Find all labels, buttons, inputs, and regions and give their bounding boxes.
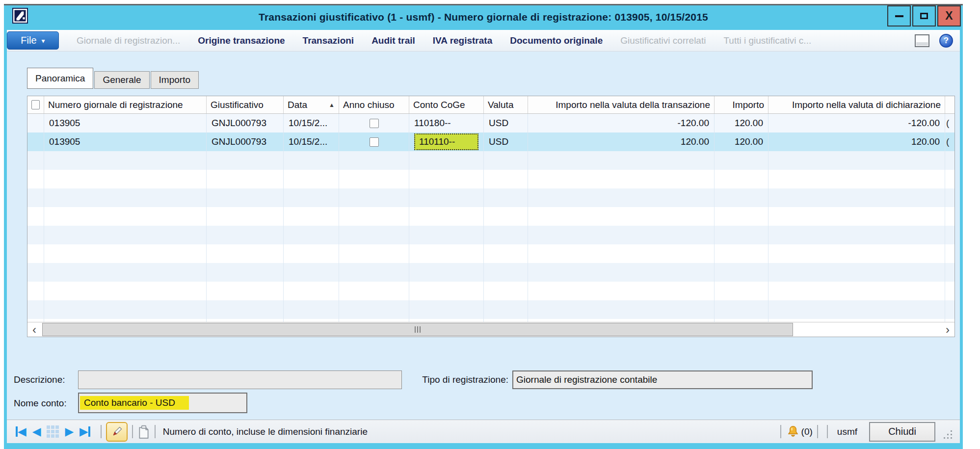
last-record-icon: ▶	[79, 425, 88, 438]
cell-importo-dichiarazione[interactable]: 120.00	[768, 132, 945, 151]
statusbar-separator	[817, 425, 818, 438]
tab-panoramica[interactable]: Panoramica	[27, 68, 93, 89]
menu-item-audit-trail[interactable]: Audit trail	[371, 35, 415, 46]
help-icon[interactable]: ?	[939, 34, 953, 48]
col-conto-coge[interactable]: Conto CoGe	[409, 96, 484, 113]
col-valuta[interactable]: Valuta	[484, 96, 528, 113]
menu-item-transazioni[interactable]: Transazioni	[303, 35, 354, 46]
first-record-button[interactable]: ◀	[16, 425, 26, 438]
previous-record-button[interactable]: ◀	[32, 425, 41, 438]
descrizione-input[interactable]	[78, 370, 402, 389]
col-giustificativo[interactable]: Giustificativo	[207, 96, 284, 113]
statusbar-separator	[155, 425, 156, 438]
tab-importo[interactable]: Importo	[151, 71, 199, 89]
window-controls: X	[887, 5, 961, 26]
descrizione-label: Descrizione:	[14, 374, 65, 385]
clipboard-icon[interactable]	[137, 425, 150, 439]
statusbar-right: (0) usmf Chiudi	[776, 422, 953, 442]
tipo-registrazione-field[interactable]: Giornale di registrazione contabile	[512, 370, 813, 389]
transactions-grid: Numero giornale di registrazione Giustif…	[27, 96, 955, 337]
next-record-button[interactable]: ▶	[65, 425, 74, 438]
col-clipped	[945, 96, 954, 113]
anno-chiuso-checkbox[interactable]	[370, 119, 379, 128]
file-menu-button[interactable]: File ▾	[7, 31, 59, 50]
statusbar-separator	[827, 425, 828, 438]
layout-panel-icon[interactable]	[915, 34, 929, 47]
cell-importo[interactable]: 120.00	[715, 132, 768, 151]
cell-data[interactable]: 10/15/2...	[284, 114, 339, 132]
scrollbar-track[interactable]	[41, 322, 941, 337]
grid-header-row: Numero giornale di registrazione Giustif…	[27, 96, 954, 114]
focused-cell-highlight[interactable]: 110110--	[414, 133, 478, 150]
cell-data[interactable]: 10/15/2...	[284, 132, 339, 151]
statusbar-separator	[780, 425, 781, 438]
scroll-right-icon[interactable]: ›	[941, 322, 954, 337]
cell-anno-chiuso	[339, 114, 409, 132]
col-data-label: Data	[288, 100, 307, 110]
scrollbar-thumb[interactable]	[42, 323, 793, 336]
select-all-cell	[27, 96, 44, 113]
resize-grip[interactable]	[942, 429, 953, 442]
maximize-button[interactable]	[912, 5, 936, 26]
cell-conto[interactable]: 110180--	[409, 114, 484, 132]
col-anno-chiuso[interactable]: Anno chiuso	[339, 96, 409, 113]
statusbar-separator	[101, 425, 102, 438]
chiudi-button[interactable]: Chiudi	[869, 422, 935, 442]
chevron-down-icon: ▾	[42, 36, 45, 45]
scroll-left-icon[interactable]: ‹	[27, 322, 41, 337]
cell-giustificativo[interactable]: GNJL000793	[207, 114, 284, 132]
horizontal-scrollbar: ‹ ›	[27, 322, 954, 337]
table-row-selected[interactable]: 013905 GNJL000793 10/15/2... 110110-- US…	[27, 132, 954, 151]
edit-mode-button[interactable]	[106, 422, 128, 442]
last-record-button[interactable]: ▶	[79, 425, 90, 438]
window-title: Transazioni giustificativo (1 - usmf) - …	[4, 11, 963, 23]
notifications-button[interactable]: (0)	[786, 424, 813, 439]
tab-strip: Panoramica Generale Importo	[27, 68, 200, 89]
cell-importo-dichiarazione[interactable]: -120.00	[768, 114, 945, 132]
col-importo[interactable]: Importo	[715, 96, 768, 113]
close-button[interactable]: X	[937, 5, 961, 26]
cell-conto-focused[interactable]: 110110--	[409, 132, 484, 151]
minimize-button[interactable]	[887, 5, 911, 26]
row-selector-cell[interactable]	[27, 132, 44, 151]
cell-importo-transazione[interactable]: -120.00	[528, 114, 715, 132]
statusbar: ◀ ◀ ▶ ▶ Numero di conto, incluse le dime…	[7, 420, 960, 443]
records-grid-icon	[47, 425, 59, 438]
maximize-icon	[920, 13, 928, 19]
form-content: Panoramica Generale Importo Numero giorn…	[7, 52, 960, 421]
notification-count: (0)	[801, 426, 813, 437]
file-menu-label: File	[21, 35, 36, 46]
col-importo-dichiarazione[interactable]: Importo nella valuta di dichiarazione	[768, 96, 945, 113]
nome-conto-label: Nome conto:	[14, 398, 67, 409]
company-id: usmf	[837, 426, 857, 437]
nome-conto-field[interactable]: Conto bancario - USD	[78, 393, 247, 413]
anno-chiuso-checkbox[interactable]	[370, 137, 379, 147]
select-all-checkbox[interactable]	[31, 100, 40, 109]
cell-importo[interactable]: 120.00	[715, 114, 768, 132]
menu-item-origine-transazione[interactable]: Origine transazione	[198, 35, 285, 46]
statusbar-separator	[132, 425, 133, 438]
table-row[interactable]: 013905 GNJL000793 10/15/2... 110180-- US…	[27, 114, 954, 132]
cell-importo-transazione[interactable]: 120.00	[528, 132, 715, 151]
cell-valuta[interactable]: USD	[484, 114, 528, 132]
close-icon: X	[945, 9, 953, 23]
grid-empty-area	[27, 151, 954, 322]
tab-generale[interactable]: Generale	[94, 71, 149, 89]
col-importo-transazione[interactable]: Importo nella valuta della transazione	[528, 96, 715, 113]
first-record-icon: ◀	[18, 425, 26, 438]
cell-numero[interactable]: 013905	[44, 132, 207, 151]
col-data[interactable]: Data ▲	[284, 96, 339, 113]
col-numero-giornale[interactable]: Numero giornale di registrazione	[44, 96, 207, 113]
row-selector-cell[interactable]	[27, 114, 44, 132]
menu-item-iva-registrata[interactable]: IVA registrata	[433, 35, 492, 46]
menu-item-giustificativi-correlati: Giustificativi correlati	[620, 35, 706, 46]
menubar-right-icons: ?	[915, 34, 960, 48]
app-icon	[12, 8, 28, 24]
minimize-icon	[895, 15, 903, 17]
cell-numero[interactable]: 013905	[44, 114, 207, 132]
titlebar: Transazioni giustificativo (1 - usmf) - …	[4, 5, 963, 28]
menu-item-documento-originale[interactable]: Documento originale	[510, 35, 603, 46]
cell-giustificativo[interactable]: GNJL000793	[207, 132, 284, 151]
app-window: Transazioni giustificativo (1 - usmf) - …	[4, 4, 963, 449]
cell-valuta[interactable]: USD	[484, 132, 528, 151]
